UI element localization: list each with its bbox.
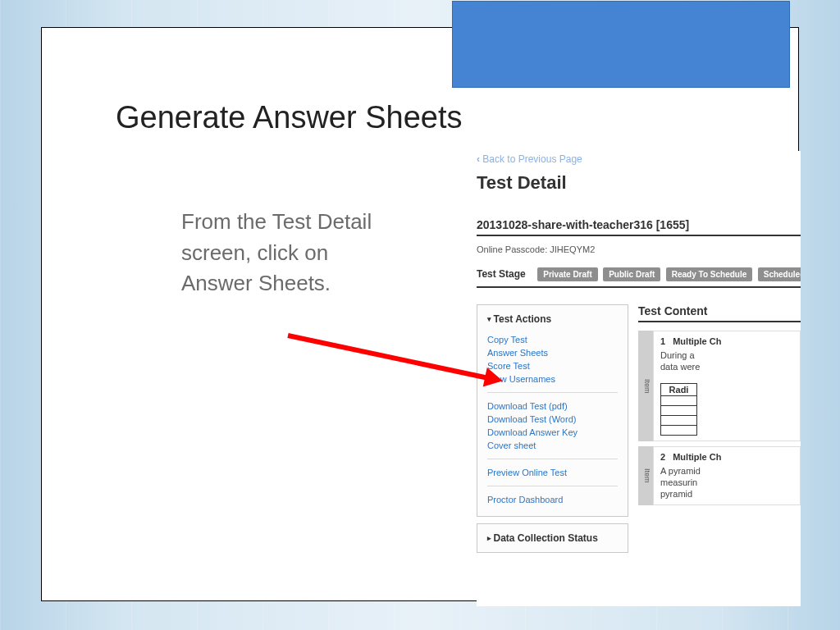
test-actions-panel: Test Actions Copy Test Answer Sheets Sco… <box>477 304 628 553</box>
test-content-header: Test Content <box>638 304 801 322</box>
slide-frame: Generate Answer Sheets From the Test Det… <box>41 27 799 601</box>
link-download-key[interactable]: Download Answer Key <box>487 427 618 437</box>
back-link[interactable]: Back to Previous Page <box>477 153 582 165</box>
question-2: Item 2 Multiple Ch A pyramid measurin py… <box>638 446 801 506</box>
q2-line3: pyramid <box>660 489 692 499</box>
link-proctor-dashboard[interactable]: Proctor Dashboard <box>487 495 618 504</box>
q1-line2: data were <box>660 362 700 372</box>
data-collection-header[interactable]: Data Collection Status <box>487 532 618 544</box>
test-name: 20131028-share-with-teacher316 [1655] <box>477 218 801 236</box>
stage-scheduled[interactable]: Scheduled <box>758 267 801 281</box>
q1-table-header: Radi <box>661 383 697 395</box>
link-download-pdf[interactable]: Download Test (pdf) <box>487 401 618 411</box>
question-1: Item 1 Multiple Ch During a data were Ra… <box>638 331 801 441</box>
q1-line1: During a <box>660 350 695 360</box>
stage-label: Test Stage <box>477 268 526 280</box>
q2-number: 2 <box>660 452 665 462</box>
q1-table: Radi <box>660 383 697 436</box>
instruction-text: From the Test Detail screen, click on An… <box>181 207 395 299</box>
app-screenshot: Back to Previous Page Test Detail 201310… <box>477 151 801 606</box>
page-title: Test Detail <box>477 172 801 194</box>
passcode-text: Online Passcode: JIHEQYM2 <box>477 244 801 254</box>
q2-type: Multiple Ch <box>673 452 721 462</box>
test-actions-header[interactable]: Test Actions <box>487 313 618 325</box>
link-score-test[interactable]: Score Test <box>487 361 618 371</box>
q1-type: Multiple Ch <box>673 336 721 346</box>
link-download-word[interactable]: Download Test (Word) <box>487 414 618 424</box>
item-tab[interactable]: Item <box>638 331 653 441</box>
test-content-column: Test Content Item 1 Multiple Ch During a… <box>638 304 801 510</box>
stage-ready-to-schedule[interactable]: Ready To Schedule <box>666 267 753 281</box>
link-cover-sheet[interactable]: Cover sheet <box>487 441 618 450</box>
slide-header-box <box>452 1 790 88</box>
stage-private-draft[interactable]: Private Draft <box>537 267 597 281</box>
link-answer-sheets[interactable]: Answer Sheets <box>487 348 618 358</box>
item-tab[interactable]: Item <box>638 446 653 506</box>
link-view-usernames[interactable]: View Usernames <box>487 374 618 384</box>
q2-line1: A pyramid <box>660 466 701 476</box>
link-preview-online[interactable]: Preview Online Test <box>487 468 618 477</box>
q1-number: 1 <box>660 336 665 346</box>
slide-title: Generate Answer Sheets <box>116 100 462 135</box>
test-stage-row: Test Stage Private Draft Public Draft Re… <box>477 266 801 288</box>
stage-public-draft[interactable]: Public Draft <box>603 267 660 281</box>
link-copy-test[interactable]: Copy Test <box>487 335 618 345</box>
q2-line2: measurin <box>660 477 697 487</box>
